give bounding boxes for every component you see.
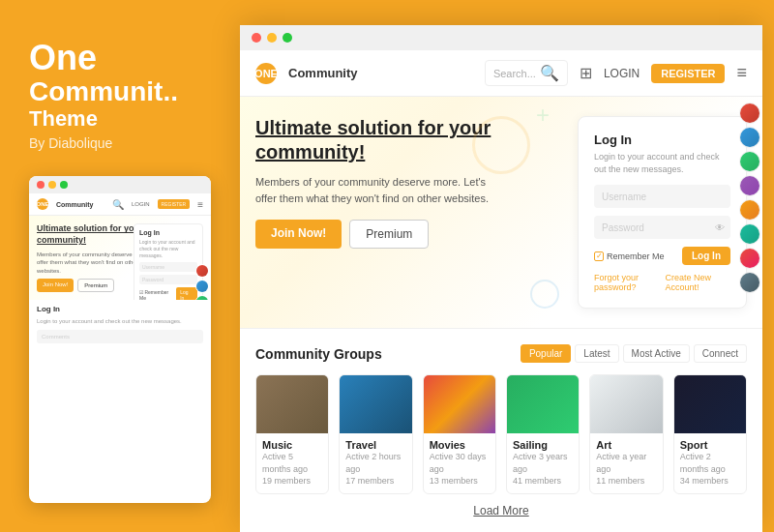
- mini-join-btn[interactable]: Join Now!: [37, 279, 74, 292]
- right-avatars-column: [735, 97, 762, 328]
- groups-tabs: Popular Latest Most Active Connect: [521, 344, 747, 363]
- hero-buttons: Join Now! Premium: [255, 220, 562, 249]
- login-submit-btn[interactable]: Log In: [682, 247, 730, 265]
- right-avatar-5: [739, 199, 760, 221]
- group-meta-sport: Active 2 months ago34 members: [680, 451, 740, 488]
- right-avatar-2: [739, 127, 760, 148]
- login-remember-checkbox[interactable]: ✓: [594, 251, 604, 261]
- mini-logo-text: Community: [56, 201, 94, 208]
- mini-avatar-1: [195, 264, 209, 278]
- group-meta-music: Active 5 months ago19 members: [262, 451, 322, 488]
- hero-premium-btn[interactable]: Premium: [349, 220, 429, 249]
- group-card-movies: Movies Active 30 days ago13 members: [423, 374, 496, 494]
- group-name-travel: Travel: [345, 439, 405, 451]
- group-name-sport: Sport: [680, 439, 740, 451]
- group-card-sport: Sport Active 2 months ago34 members: [673, 374, 747, 494]
- main-search-placeholder: Search...: [493, 68, 536, 79]
- main-logo-dot: ONE: [255, 63, 277, 84]
- main-grid-icon[interactable]: ⊞: [580, 64, 592, 82]
- tab-popular[interactable]: Popular: [521, 344, 571, 363]
- brand-title: One: [29, 39, 211, 77]
- tab-connect[interactable]: Connect: [694, 344, 747, 363]
- orange-top-bar: [240, 12, 762, 25]
- tab-latest[interactable]: Latest: [575, 344, 618, 363]
- brand-theme: Theme: [29, 106, 211, 132]
- mini-logo: ONE: [37, 198, 48, 210]
- right-avatar-3: [739, 151, 760, 172]
- login-box: Log In Login to your account and check o…: [578, 116, 747, 309]
- dot-green: [60, 181, 68, 189]
- group-image-sport: [674, 375, 746, 433]
- group-card-music: Music Active 5 months ago19 members: [255, 374, 329, 494]
- group-image-movies: [424, 375, 495, 433]
- login-box-title: Log In: [594, 133, 730, 147]
- group-meta-travel: Active 2 hours ago17 members: [345, 451, 405, 488]
- mini-browser-mockup: ONE Community 🔍 LOGIN REGISTER ≡ Ultimat…: [29, 176, 211, 503]
- right-avatar-4: [739, 175, 760, 196]
- main-register-btn[interactable]: REGISTER: [651, 64, 725, 83]
- hero-section: Ultimate solution for your community! Me…: [240, 97, 762, 328]
- login-password-input[interactable]: Password 👁: [594, 216, 730, 239]
- password-eye-icon: 👁: [715, 222, 725, 233]
- mini-login-section-sub: Login to your account and check out the …: [29, 318, 211, 327]
- mini-login-link: LOGIN: [132, 201, 150, 207]
- main-browser-content: ONE Community Search... 🔍 ⊞ LOGIN REGIST…: [240, 50, 762, 532]
- group-info-movies: Movies Active 30 days ago13 members: [424, 433, 495, 493]
- main-dot-green: [283, 33, 292, 43]
- mini-remember-label: ☑ Remember Me: [139, 289, 176, 300]
- main-hamburger-icon[interactable]: ≡: [736, 63, 747, 83]
- group-card-sailing: Sailing Active 3 years ago41 members: [506, 374, 580, 494]
- mini-comments-field[interactable]: Comments: [37, 330, 203, 343]
- main-browser: ONE Community Search... 🔍 ⊞ LOGIN REGIST…: [240, 25, 762, 532]
- forgot-password-link[interactable]: Forgot your password?: [594, 273, 666, 292]
- group-meta-sailing: Active 3 years ago41 members: [513, 451, 573, 488]
- mini-browser-bar: [29, 176, 211, 193]
- group-image-travel: [340, 375, 411, 433]
- load-more-link[interactable]: Load More: [473, 504, 528, 517]
- group-image-art: [590, 375, 662, 433]
- create-account-link[interactable]: Create New Account!: [666, 273, 731, 292]
- login-options-row: ✓ Remember Me Log In: [594, 247, 730, 265]
- group-card-travel: Travel Active 2 hours ago17 members: [339, 374, 412, 494]
- dot-yellow: [48, 181, 56, 189]
- mini-login-btn[interactable]: Log In: [176, 287, 197, 300]
- mini-login-title: Log In: [139, 229, 197, 236]
- hero-text: Members of your community deserve more. …: [255, 174, 507, 206]
- right-avatar-6: [739, 223, 760, 245]
- mini-username-input[interactable]: Username: [139, 262, 197, 272]
- community-groups-section: Community Groups Popular Latest Most Act…: [240, 328, 762, 532]
- group-card-art: Art Active a year ago11 members: [589, 374, 663, 494]
- main-login-link[interactable]: LOGIN: [604, 67, 640, 80]
- group-image-sailing: [507, 375, 579, 433]
- load-more[interactable]: Load More: [255, 494, 747, 527]
- left-panel: One Communit.. Theme By Diabolique ONE C…: [0, 0, 240, 532]
- group-info-music: Music Active 5 months ago19 members: [256, 433, 328, 493]
- main-search-icon[interactable]: 🔍: [540, 64, 559, 82]
- group-meta-movies: Active 30 days ago13 members: [430, 451, 490, 488]
- login-remember-label: ✓ Remember Me: [594, 251, 665, 261]
- main-nav: ONE Community Search... 🔍 ⊞ LOGIN REGIST…: [240, 50, 762, 97]
- group-name-sailing: Sailing: [513, 439, 573, 451]
- tab-most-active[interactable]: Most Active: [623, 344, 690, 363]
- mini-login-sub: Login to your account and check out the …: [139, 239, 197, 259]
- group-meta-art: Active a year ago11 members: [596, 451, 656, 488]
- hero-join-btn[interactable]: Join Now!: [255, 220, 342, 249]
- right-avatar-8: [739, 272, 760, 293]
- login-box-subtitle: Login to your account and check out the …: [594, 151, 730, 175]
- mini-login-box: Log In Login to your account and check o…: [134, 223, 203, 300]
- main-search-area[interactable]: Search... 🔍: [485, 60, 568, 86]
- main-browser-bar: [240, 25, 762, 50]
- mini-password-input[interactable]: Password: [139, 275, 197, 284]
- brand-by: By Diabolique: [29, 135, 211, 151]
- mini-login-section-label: Log In: [29, 300, 211, 318]
- mini-premium-btn[interactable]: Premium: [77, 279, 114, 292]
- mini-register-btn[interactable]: REGISTER: [158, 199, 191, 209]
- section-header: Community Groups Popular Latest Most Act…: [255, 344, 747, 363]
- login-username-input[interactable]: Username: [594, 185, 730, 208]
- mini-avatar-2: [195, 280, 209, 293]
- group-info-sailing: Sailing Active 3 years ago41 members: [507, 433, 579, 493]
- login-links: Forgot your password? Create New Account…: [594, 273, 730, 292]
- right-avatar-1: [739, 103, 760, 124]
- mini-login-row: ☑ Remember Me Log In: [139, 287, 197, 300]
- main-dot-yellow: [267, 33, 277, 43]
